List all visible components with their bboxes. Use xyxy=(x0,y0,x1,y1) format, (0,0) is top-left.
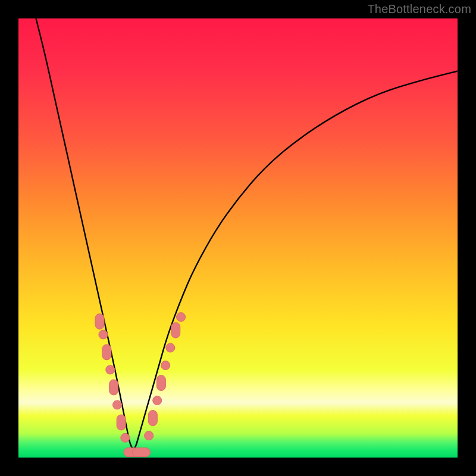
marker-pill-h xyxy=(133,448,151,457)
marker-dot xyxy=(161,361,170,370)
marker-dot xyxy=(113,400,122,409)
marker-dot xyxy=(166,343,175,352)
marker-dot xyxy=(106,365,115,374)
marker-pill-v xyxy=(109,380,118,395)
marker-dot xyxy=(145,431,154,440)
watermark-text: TheBottleneck.com xyxy=(367,2,471,16)
marker-pill-v xyxy=(117,415,126,430)
marker-dot xyxy=(153,396,162,405)
marker-pill-v xyxy=(148,411,157,426)
plot-background xyxy=(18,18,458,458)
marker-dot xyxy=(99,330,108,339)
chart-stage: TheBottleneck.com xyxy=(0,0,476,476)
marker-dot xyxy=(121,433,130,442)
marker-pill-v xyxy=(171,322,180,338)
marker-dot xyxy=(177,312,186,321)
bottleneck-chart xyxy=(0,0,476,476)
marker-pill-v xyxy=(156,375,165,391)
marker-pill-v xyxy=(95,314,104,329)
marker-pill-v xyxy=(102,345,111,360)
